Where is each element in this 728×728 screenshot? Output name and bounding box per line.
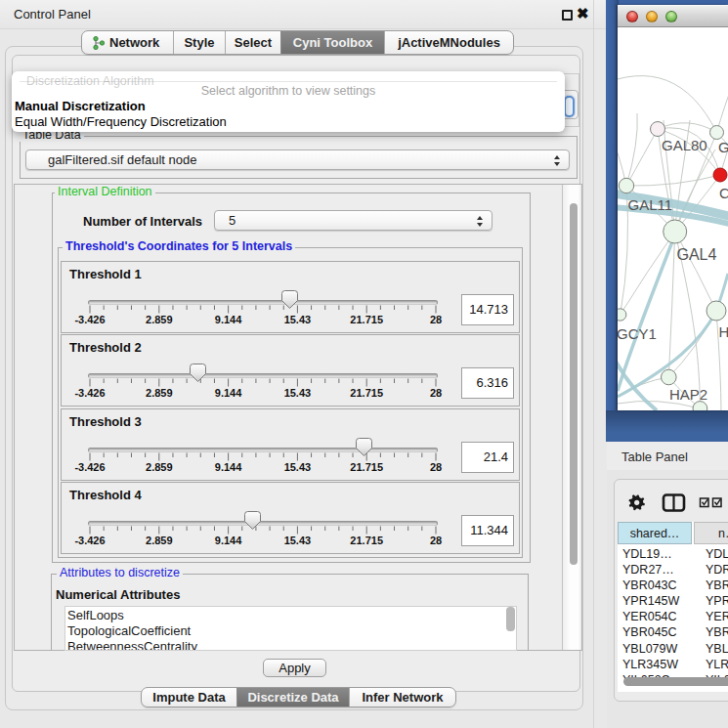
svg-text:C: C xyxy=(719,185,728,201)
svg-text:HAP2: HAP2 xyxy=(669,386,707,403)
svg-text:GCY1: GCY1 xyxy=(618,325,657,342)
svg-text:GAL11: GAL11 xyxy=(628,196,673,213)
svg-text:GAL4: GAL4 xyxy=(677,246,717,263)
svg-text:GA: GA xyxy=(718,139,728,155)
svg-text:GAL80: GAL80 xyxy=(662,137,707,153)
svg-text:H: H xyxy=(719,323,728,340)
